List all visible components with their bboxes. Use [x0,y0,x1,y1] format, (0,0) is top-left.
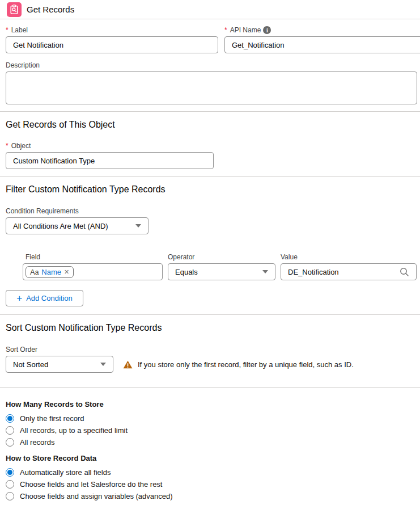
text-type-icon: Aa [30,268,39,276]
radio-option-all-records[interactable]: All records [6,436,414,448]
how-many-records-group: How Many Records to Store Only the first… [0,400,420,448]
section-divider [0,387,420,388]
radio-option-choose-fields-advanced[interactable]: Choose fields and assign variables (adva… [6,490,414,502]
sort-section-heading: Sort Custom Notification Type Records [6,323,414,333]
required-marker: * [224,26,227,34]
radio-icon[interactable] [6,438,14,447]
condition-value-label: Value [281,253,417,261]
radio-icon[interactable] [6,468,14,477]
condition-field-label: Field [26,253,163,261]
radio-option-auto-store-all-fields[interactable]: Automatically store all fields [6,466,414,478]
condition-requirements-dropdown[interactable]: All Conditions Are Met (AND) [6,217,149,234]
description-field-label: Description [6,61,414,69]
plus-icon: + [16,293,22,303]
field-pill-label: Name [41,268,61,276]
close-icon[interactable]: ✕ [64,269,69,275]
condition-field-input[interactable]: Aa Name ✕ [23,263,163,280]
warning-icon [123,360,133,369]
sort-order-dropdown[interactable]: Not Sorted [6,356,113,373]
chevron-down-icon [135,224,141,228]
api-name-input[interactable] [224,36,420,53]
chevron-down-icon [100,363,106,366]
object-input[interactable] [6,152,214,169]
condition-operator-label: Operator [168,253,275,261]
how-to-store-group: How to Store Record Data Automatically s… [0,454,420,502]
identity-row: * Label * API Name i [0,26,420,53]
radio-icon[interactable] [6,426,14,435]
object-section-heading: Get Records of This Object [6,120,414,130]
object-field-label: * Object [6,142,414,150]
api-name-field-label: * API Name i [224,26,420,34]
label-field-label: * Label [6,26,218,34]
radio-icon[interactable] [6,492,14,500]
search-icon[interactable] [400,267,409,277]
condition-row: Field Aa Name ✕ Operator Equals Value DE… [0,253,420,280]
filter-section-heading: Filter Custom Notification Type Records [6,184,414,195]
get-records-icon [7,2,22,17]
section-divider [0,111,420,112]
operator-dropdown[interactable]: Equals [168,263,275,280]
value-input[interactable]: DE_Notification [281,263,417,280]
add-condition-button[interactable]: + Add Condition [6,290,83,306]
radio-option-only-first-record[interactable]: Only the first record [6,413,414,424]
how-many-records-label: How Many Records to Store [6,400,414,409]
warning-text: If you store only the first record, filt… [138,360,354,369]
radio-icon[interactable] [6,414,14,423]
section-divider [0,314,420,315]
how-to-store-label: How to Store Record Data [6,454,414,462]
radio-option-choose-fields-salesforce[interactable]: Choose fields and let Salesforce do the … [6,478,414,490]
radio-option-all-records-limit[interactable]: All records, up to a specified limit [6,424,414,436]
condition-requirements-label: Condition Requirements [6,207,414,215]
sort-warning: If you store only the first record, filt… [123,360,354,373]
required-marker: * [6,26,9,34]
section-divider [0,176,420,177]
description-input[interactable] [6,71,417,104]
label-input[interactable] [6,36,218,53]
field-pill[interactable]: Aa Name ✕ [26,266,74,278]
panel-header: Get Records [0,0,420,19]
sort-order-label: Sort Order [6,346,113,354]
info-icon[interactable]: i [263,26,271,34]
chevron-down-icon [262,270,268,273]
required-marker: * [6,142,9,150]
radio-icon[interactable] [6,480,14,489]
page-title: Get Records [27,5,74,14]
